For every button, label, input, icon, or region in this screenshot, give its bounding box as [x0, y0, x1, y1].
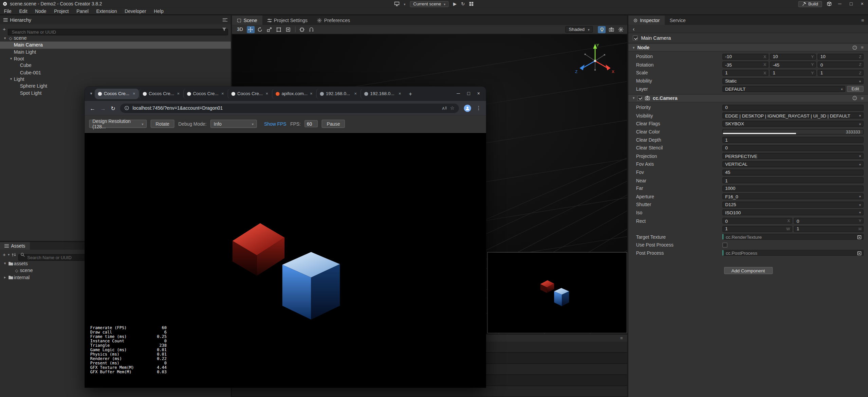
help-icon[interactable]: ? — [853, 96, 857, 101]
select-aperture[interactable]: F16_0▾ — [722, 194, 864, 200]
input-fov[interactable]: 45 — [722, 169, 864, 175]
bookmark-star-icon[interactable]: ☆ — [450, 105, 455, 111]
tab-service[interactable]: Service — [665, 16, 691, 25]
node-section-header[interactable]: ▾ Node ? ≡ — [628, 43, 868, 51]
browser-close-button[interactable]: × — [477, 91, 480, 96]
debug-mode-select[interactable]: Info ▾ — [210, 120, 257, 128]
reload-button[interactable]: ↻ — [111, 105, 115, 111]
layout-grid-button[interactable] — [469, 2, 474, 6]
component-enabled-checkbox[interactable] — [637, 96, 642, 101]
create-asset-button[interactable]: + — [3, 252, 6, 257]
input-priority[interactable]: 0 — [722, 105, 864, 111]
menu-edit[interactable]: Edit — [15, 7, 31, 15]
tab-close-icon[interactable]: × — [133, 91, 135, 96]
inspector-menu-icon[interactable]: ≡ — [857, 16, 868, 25]
shading-mode-select[interactable]: Shaded ▾ — [566, 26, 593, 33]
pause-button[interactable]: Pause — [322, 120, 345, 128]
menu-node[interactable]: Node — [31, 7, 50, 15]
input-scale-x[interactable]: 1X — [722, 70, 768, 76]
section-menu-icon[interactable]: ≡ — [861, 45, 864, 50]
input-rect-w[interactable]: 1W — [722, 226, 792, 232]
browser-tab-6[interactable]: 192.168.0...× — [360, 88, 404, 99]
input-far[interactable]: 1000 — [722, 185, 864, 192]
select-clear-flags[interactable]: SKYBOX▾ — [722, 121, 864, 127]
input-position-x[interactable]: -10X — [722, 54, 768, 60]
add-component-button[interactable]: Add Component — [724, 267, 773, 274]
tab-close-icon[interactable]: × — [221, 91, 224, 96]
input-rotation-z[interactable]: 0Z — [818, 62, 864, 68]
browser-tab-1[interactable]: Cocos Cre...× — [139, 88, 183, 99]
address-bar[interactable]: localhost:7456/?env=1&account=Dragon01 A… — [121, 103, 459, 113]
input-rotation-x[interactable]: -35X — [722, 62, 768, 68]
menu-project[interactable]: Project — [50, 7, 73, 15]
select-iso[interactable]: ISO100▾ — [722, 210, 864, 216]
lighting-toggle-button[interactable] — [598, 26, 606, 33]
caret-down-icon[interactable]: ▾ — [8, 56, 14, 61]
browser-minimize-button[interactable]: ─ — [457, 91, 460, 96]
create-node-button[interactable]: + — [3, 26, 6, 32]
browser-tab-4[interactable]: apifox.com...× — [272, 88, 316, 99]
new-tab-button[interactable]: + — [409, 91, 412, 97]
edit-button[interactable]: Edit — [847, 86, 864, 92]
object-picker-icon[interactable] — [857, 251, 861, 255]
input-clear-stencil[interactable]: 0 — [722, 145, 864, 151]
close-button[interactable]: × — [859, 1, 865, 6]
minimize-button[interactable]: ─ — [836, 1, 843, 6]
select-visibility[interactable]: EDGE | DESKTOP | IGNORE_RAYCAST | UI_3D … — [722, 113, 864, 119]
build-button[interactable]: Build — [798, 1, 822, 7]
input-position-z[interactable]: 10Z — [818, 54, 864, 60]
input-scale-z[interactable]: 1Z — [818, 70, 864, 76]
scale-tool-button[interactable] — [266, 26, 274, 33]
help-icon[interactable]: ? — [853, 45, 857, 50]
maximize-button[interactable]: □ — [848, 1, 854, 6]
fps-input[interactable] — [304, 120, 318, 127]
hierarchy-item-root[interactable]: ▾Root — [0, 55, 231, 62]
menu-panel[interactable]: Panel — [73, 7, 92, 15]
input-rect-y[interactable]: 0Y — [794, 218, 863, 224]
translate-icon[interactable]: A — [442, 106, 447, 111]
move-tool-button[interactable] — [247, 26, 255, 33]
inspector-back-icon[interactable]: ‹ — [633, 26, 634, 32]
tab-project-settings[interactable]: Project Settings — [262, 16, 312, 25]
snap-tool-button[interactable] — [308, 26, 315, 33]
filter-icon[interactable] — [222, 27, 226, 31]
hierarchy-item-cube-001[interactable]: Cube-001 — [0, 69, 231, 76]
hierarchy-item-main-camera[interactable]: Main Camera — [0, 42, 231, 49]
input-position-y[interactable]: 10Y — [770, 54, 816, 60]
package-icon[interactable] — [827, 2, 831, 6]
tab-assets[interactable]: Assets — [0, 242, 30, 250]
node-active-checkbox[interactable] — [633, 35, 638, 40]
profile-avatar[interactable] — [464, 104, 471, 111]
hierarchy-menu-icon[interactable] — [223, 18, 228, 22]
object-field-target-texture[interactable]: cc.RenderTexture — [722, 234, 864, 240]
hierarchy-item-scene[interactable]: ▾◇scene — [0, 35, 231, 42]
rotate-button[interactable]: Rotate — [151, 120, 174, 128]
hierarchy-search[interactable] — [8, 26, 228, 33]
hierarchy-search-input[interactable] — [8, 29, 228, 36]
camera-section-header[interactable]: ▾ cc.Camera ? ≡ — [628, 94, 868, 102]
color-field[interactable]: 333333 — [722, 129, 864, 134]
mode-3d-toggle[interactable]: 3D — [235, 26, 245, 32]
browser-menu-icon[interactable]: ⋮ — [476, 105, 481, 111]
input-near[interactable]: 1 — [722, 177, 864, 183]
scene-camera-button[interactable] — [607, 26, 615, 33]
tab-close-icon[interactable]: × — [310, 91, 313, 96]
menu-file[interactable]: File — [0, 7, 15, 15]
caret-down-icon[interactable]: ▾ — [8, 77, 14, 82]
hierarchy-item-main-light[interactable]: Main Light — [0, 49, 231, 55]
device-caret-icon[interactable]: ▾ — [404, 2, 406, 6]
tab-close-icon[interactable]: × — [354, 91, 357, 96]
select-shutter[interactable]: D125▾ — [722, 201, 864, 207]
input-rotation-y[interactable]: -45Y — [770, 62, 816, 68]
scene-selector[interactable]: Current scene ▾ — [410, 1, 449, 7]
select-projection[interactable]: PERSPECTIVE▾ — [722, 153, 864, 159]
back-button[interactable]: ← — [90, 105, 95, 111]
site-info-icon[interactable] — [125, 106, 129, 110]
orientation-gizmo[interactable]: Y X Z — [572, 39, 618, 80]
section-menu-icon[interactable]: ≡ — [861, 96, 864, 101]
show-fps-toggle[interactable]: Show FPS — [264, 121, 286, 126]
select-mobility[interactable]: Static▾ — [722, 78, 864, 84]
device-preview-icon[interactable] — [394, 2, 400, 6]
game-canvas[interactable]: Framerate (FPS)60Draw call6Frame time (m… — [85, 133, 486, 387]
play-button[interactable]: ▶ — [453, 1, 457, 6]
